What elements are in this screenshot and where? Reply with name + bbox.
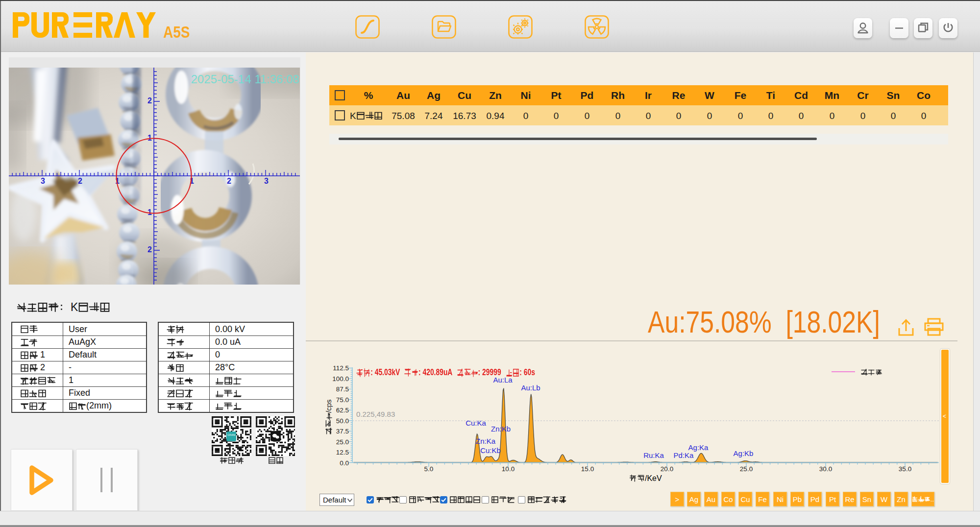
svg-text:112.5: 112.5 bbox=[333, 364, 349, 372]
svg-text:15.0: 15.0 bbox=[581, 465, 594, 473]
svg-text:3: 3 bbox=[264, 177, 269, 185]
svg-text:5.0: 5.0 bbox=[424, 465, 434, 473]
svg-text:Cu:Kb: Cu:Kb bbox=[480, 446, 501, 455]
svg-text:75.0: 75.0 bbox=[336, 396, 349, 404]
svg-text:87.5: 87.5 bbox=[336, 385, 349, 393]
svg-text:35.0: 35.0 bbox=[899, 465, 911, 473]
svg-text:50.0: 50.0 bbox=[336, 417, 349, 425]
svg-text:1: 1 bbox=[147, 134, 152, 142]
svg-text:Zn:Ka: Zn:Ka bbox=[476, 437, 496, 445]
svg-text:Ag:Kb: Ag:Kb bbox=[734, 449, 754, 457]
svg-text:Ru:Ka: Ru:Ka bbox=[643, 451, 664, 459]
svg-text:62.5: 62.5 bbox=[336, 407, 349, 414]
svg-text:3: 3 bbox=[41, 177, 45, 185]
svg-text:2: 2 bbox=[147, 245, 152, 254]
svg-text:25.0: 25.0 bbox=[740, 465, 753, 473]
svg-text:10.0: 10.0 bbox=[502, 465, 514, 473]
svg-text:Cu:Ka: Cu:Ka bbox=[466, 419, 486, 427]
svg-text:100.0: 100.0 bbox=[332, 375, 349, 383]
svg-text:30.0: 30.0 bbox=[819, 465, 832, 473]
svg-text:37.5: 37.5 bbox=[336, 428, 349, 435]
svg-text:2: 2 bbox=[227, 177, 231, 185]
svg-text:25.0: 25.0 bbox=[336, 438, 349, 446]
svg-text:0.0: 0.0 bbox=[340, 459, 349, 467]
svg-text:Au:Lb: Au:Lb bbox=[521, 383, 540, 392]
svg-text:12.5: 12.5 bbox=[336, 449, 349, 456]
svg-text:2: 2 bbox=[147, 96, 152, 105]
svg-text:2025-05-14 11:36:08: 2025-05-14 11:36:08 bbox=[191, 72, 299, 86]
svg-text:20.0: 20.0 bbox=[661, 465, 673, 473]
svg-text:Pd:Ka: Pd:Ka bbox=[674, 451, 694, 459]
svg-text:Zn:Kb: Zn:Kb bbox=[491, 425, 511, 433]
svg-text:2: 2 bbox=[78, 177, 82, 185]
svg-text:0.225,49.83: 0.225,49.83 bbox=[356, 410, 395, 418]
svg-text:Ag:Ka: Ag:Ka bbox=[688, 443, 709, 452]
svg-text:CFAN: CFAN bbox=[227, 433, 235, 436]
